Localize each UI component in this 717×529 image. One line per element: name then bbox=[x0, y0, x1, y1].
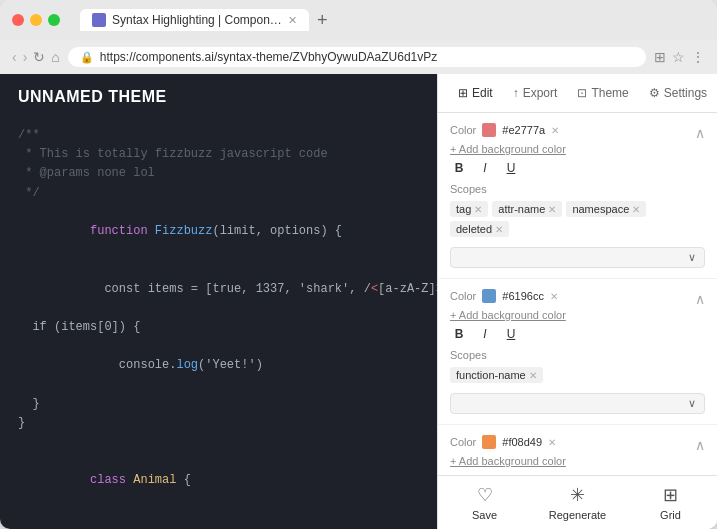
scope-tag: tag ✕ bbox=[450, 201, 488, 217]
bold-btn-2[interactable]: B bbox=[450, 327, 468, 341]
tab-export[interactable]: ↑ Export bbox=[505, 82, 566, 104]
scopes-label-2: Scopes bbox=[450, 349, 566, 361]
scope-tags-2: function-name ✕ bbox=[450, 367, 566, 383]
main-content: UNNAMED THEME /** * This is totally fizz… bbox=[0, 74, 717, 529]
bottom-toolbar: ♡ Save ✳ Regenerate ⊞ Grid bbox=[438, 475, 717, 529]
code-token: if (items[0]) { bbox=[18, 320, 140, 334]
color-value-2: #6196cc bbox=[502, 290, 544, 302]
underline-btn-2[interactable]: U bbox=[502, 327, 520, 341]
code-line: } bbox=[18, 414, 419, 433]
scope-tag-remove[interactable]: ✕ bbox=[474, 204, 482, 215]
code-token: /** bbox=[18, 128, 40, 142]
scope-tag-remove[interactable]: ✕ bbox=[529, 370, 537, 381]
settings-tab-icon: ⚙ bbox=[649, 86, 660, 100]
dropdown-btn-2[interactable]: ∨ bbox=[450, 393, 705, 414]
code-token: } bbox=[18, 416, 25, 430]
color-header-1: Color #e2777a ✕ bbox=[450, 123, 695, 137]
forward-button[interactable]: › bbox=[23, 49, 28, 65]
code-panel: UNNAMED THEME /** * This is totally fizz… bbox=[0, 74, 437, 529]
panel-tabs: ⊞ Edit ↑ Export ⊡ Theme ⚙ Settings bbox=[438, 74, 717, 113]
chevron-down-icon-1: ∨ bbox=[688, 251, 696, 264]
export-tab-icon: ↑ bbox=[513, 86, 519, 100]
add-bg-color-1[interactable]: + Add background color bbox=[450, 143, 695, 155]
heart-icon: ♡ bbox=[477, 484, 493, 506]
tab-settings-label: Settings bbox=[664, 86, 707, 100]
page-title-bar: UNNAMED THEME bbox=[0, 74, 437, 114]
code-line: if (items[0]) { bbox=[18, 318, 419, 337]
code-token: < bbox=[371, 282, 378, 296]
color-remove-3[interactable]: ✕ bbox=[548, 437, 556, 448]
code-line: const items = [true, 1337, 'shark', /<[a… bbox=[18, 260, 419, 318]
color-swatch-1[interactable] bbox=[482, 123, 496, 137]
code-token: */ bbox=[18, 186, 40, 200]
scope-tag-remove[interactable]: ✕ bbox=[548, 204, 556, 215]
code-token: function bbox=[90, 224, 155, 238]
tab-title: Syntax Highlighting | Compon… bbox=[112, 13, 282, 27]
tab-theme-label: Theme bbox=[591, 86, 628, 100]
grid-label: Grid bbox=[660, 509, 681, 521]
tab-close-button[interactable]: ✕ bbox=[288, 14, 297, 27]
italic-btn-2[interactable]: I bbox=[476, 327, 494, 341]
underline-btn-1[interactable]: U bbox=[502, 161, 520, 175]
scope-tag: attr-name ✕ bbox=[492, 201, 562, 217]
scope-tag-remove[interactable]: ✕ bbox=[495, 224, 503, 235]
color-value-3: #f08d49 bbox=[502, 436, 542, 448]
color-section-2: Color #6196cc ✕ + Add background color B… bbox=[438, 279, 717, 425]
code-token: * @params none lol bbox=[18, 166, 155, 180]
scope-tag-remove[interactable]: ✕ bbox=[632, 204, 640, 215]
grid-button[interactable]: ⊞ Grid bbox=[624, 476, 717, 529]
code-token: { bbox=[176, 473, 190, 487]
scope-tag: function-name ✕ bbox=[450, 367, 543, 383]
url-bar[interactable]: 🔒 https://components.ai/syntax-theme/ZVb… bbox=[68, 47, 646, 67]
chevron-up-icon-2[interactable]: ∧ bbox=[695, 291, 705, 307]
save-button[interactable]: ♡ Save bbox=[438, 476, 531, 529]
dropdown-btn-1[interactable]: ∨ bbox=[450, 247, 705, 268]
formatting-btns-1: B I U bbox=[450, 161, 695, 175]
home-button[interactable]: ⌂ bbox=[51, 49, 59, 65]
bookmark-icon[interactable]: ☆ bbox=[672, 49, 685, 65]
traffic-lights bbox=[12, 14, 60, 26]
code-token: log bbox=[176, 358, 198, 372]
scope-tags-1: tag ✕ attr-name ✕ namespace ✕ deleted ✕ bbox=[450, 201, 695, 237]
active-tab[interactable]: Syntax Highlighting | Compon… ✕ bbox=[80, 9, 309, 31]
title-bar: Syntax Highlighting | Compon… ✕ + bbox=[0, 0, 717, 40]
tab-settings[interactable]: ⚙ Settings bbox=[641, 82, 715, 104]
color-section-1: Color #e2777a ✕ + Add background color B… bbox=[438, 113, 717, 279]
italic-btn-1[interactable]: I bbox=[476, 161, 494, 175]
fullscreen-button[interactable] bbox=[48, 14, 60, 26]
new-tab-button[interactable]: + bbox=[317, 10, 328, 31]
close-button[interactable] bbox=[12, 14, 24, 26]
color-remove-1[interactable]: ✕ bbox=[551, 125, 559, 136]
code-line: * This is totally fizzbuzz javascript co… bbox=[18, 145, 419, 164]
minimize-button[interactable] bbox=[30, 14, 42, 26]
tab-export-label: Export bbox=[523, 86, 558, 100]
tab-theme[interactable]: ⊡ Theme bbox=[569, 82, 636, 104]
edit-tab-icon: ⊞ bbox=[458, 86, 468, 100]
chevron-up-icon-3[interactable]: ∧ bbox=[695, 437, 705, 453]
color-header-2: Color #6196cc ✕ bbox=[450, 289, 566, 303]
color-remove-2[interactable]: ✕ bbox=[550, 291, 558, 302]
lock-icon: 🔒 bbox=[80, 51, 94, 64]
color-label: Color bbox=[450, 436, 476, 448]
back-button[interactable]: ‹ bbox=[12, 49, 17, 65]
color-label: Color bbox=[450, 124, 476, 136]
color-section-3: Color #f08d49 ✕ + Add background color B… bbox=[438, 425, 717, 475]
color-swatch-3[interactable] bbox=[482, 435, 496, 449]
add-bg-color-2[interactable]: + Add background color bbox=[450, 309, 566, 321]
code-line: * @params none lol bbox=[18, 164, 419, 183]
chevron-up-icon-1[interactable]: ∧ bbox=[695, 125, 705, 141]
code-line: /** bbox=[18, 126, 419, 145]
add-bg-color-3[interactable]: + Add background color bbox=[450, 455, 566, 467]
bold-btn-1[interactable]: B bbox=[450, 161, 468, 175]
tab-favicon bbox=[92, 13, 106, 27]
code-token: * This is totally fizzbuzz javascript co… bbox=[18, 147, 328, 161]
theme-tab-icon: ⊡ bbox=[577, 86, 587, 100]
regenerate-button[interactable]: ✳ Regenerate bbox=[531, 476, 624, 529]
chevron-down-icon-2: ∨ bbox=[688, 397, 696, 410]
tab-edit[interactable]: ⊞ Edit bbox=[450, 82, 501, 104]
refresh-button[interactable]: ↻ bbox=[33, 49, 45, 65]
page-title: UNNAMED THEME bbox=[18, 88, 167, 105]
right-panel: ⊞ Edit ↑ Export ⊡ Theme ⚙ Settings bbox=[437, 74, 717, 529]
menu-icon[interactable]: ⋮ bbox=[691, 49, 705, 65]
color-swatch-2[interactable] bbox=[482, 289, 496, 303]
